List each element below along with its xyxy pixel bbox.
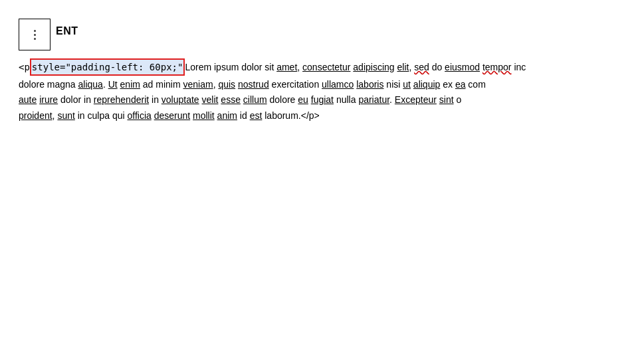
paragraph-lines: dolore magna aliqua. Ut enim ad minim ve… [19, 77, 644, 123]
irure-word: irure [39, 94, 58, 105]
comma2: , [409, 62, 414, 72]
ut-word: Ut [108, 79, 118, 90]
veniam-word: veniam [183, 79, 213, 90]
sed-word: sed [414, 62, 429, 72]
code-line: <p style="padding-left: 60px;" Lorem ips… [19, 58, 644, 76]
text-line-4: proident, sunt in culpa qui officia dese… [19, 108, 644, 124]
voluptate-word: voluptate [161, 94, 199, 105]
proident-word: proident [19, 110, 53, 121]
ullamco-word: ullamco [322, 79, 354, 90]
header-label: ENT [56, 25, 78, 37]
esse-word: esse [221, 94, 241, 105]
aute-word: aute [19, 94, 37, 105]
eu-word: eu [298, 94, 308, 105]
consectetur-word: consectetur [302, 62, 350, 72]
laboris-word: laboris [356, 79, 383, 90]
reprehenderit-word: reprehenderit [94, 94, 149, 105]
pariatur-word: pariatur [358, 94, 389, 105]
nostrud-word: nostrud [238, 79, 269, 90]
eiusmod-word: eiusmod [445, 62, 480, 72]
inc-text: inc [512, 62, 526, 72]
dots-icon [34, 30, 36, 40]
officia-word: officia [127, 110, 151, 121]
sint-word: sint [439, 94, 454, 105]
page-container: ENT <p style="padding-left: 60px;" Lorem… [0, 0, 644, 344]
space3: do [429, 62, 445, 72]
content-area: <p style="padding-left: 60px;" Lorem ips… [19, 58, 644, 124]
comma1: , [297, 62, 302, 72]
amet-word: amet [276, 62, 297, 72]
quis-word: quis [218, 79, 235, 90]
text-line-3: aute irure dolor in reprehenderit in vol… [19, 92, 644, 108]
aliquip-word: aliquip [413, 79, 440, 90]
text-line-2: dolore magna aliqua. Ut enim ad minim ve… [19, 77, 644, 92]
menu-button[interactable] [19, 19, 51, 50]
enim-word: enim [120, 79, 140, 90]
est-word: est [250, 110, 263, 121]
mollit-word: mollit [193, 110, 215, 121]
elit-word: elit [397, 62, 409, 72]
anim-word: anim [217, 110, 237, 121]
deserunt-word: deserunt [154, 110, 190, 121]
cillum-word: cillum [243, 94, 267, 105]
aliqua-word: aliqua [78, 79, 103, 90]
fugiat-word: fugiat [311, 94, 334, 105]
adipiscing-word: adipiscing [353, 62, 394, 72]
lorem-line1: Lorem ipsum dolor sit amet, consectetur … [185, 60, 526, 75]
velit-word: velit [202, 94, 219, 105]
highlighted-attribute[interactable]: style="padding-left: 60px;" [30, 58, 185, 76]
lorem-text-start: Lorem ipsum dolor sit [185, 62, 276, 72]
tempor-word: tempor [483, 62, 512, 72]
ea-word: ea [455, 79, 466, 90]
ut2-word: ut [403, 79, 411, 90]
tag-open: <p [19, 60, 30, 74]
sunt-word: sunt [57, 110, 74, 121]
excepteur-word: Excepteur [395, 94, 437, 105]
